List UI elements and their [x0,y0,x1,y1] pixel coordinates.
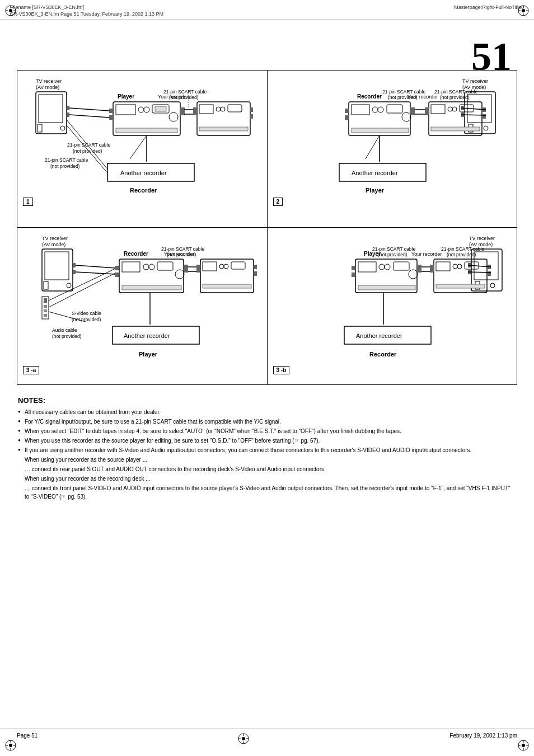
svg-point-134 [175,270,184,279]
svg-text:TV receiver: TV receiver [42,236,68,241]
page-header: Filename [SR-VS30EK_3-EN.fm] SR-VS30EK_3… [0,0,534,20]
corner-decoration-tl [4,4,17,17]
svg-rect-137 [115,273,119,277]
svg-rect-91 [410,107,415,115]
svg-point-36 [138,107,144,112]
svg-rect-42 [109,109,113,113]
page-footer: Page 51 February 19, 2002 1:13 pm [0,729,534,745]
svg-rect-179 [394,262,409,270]
notes-list: All necessary cables can be obtained fro… [18,408,516,454]
svg-text:TV receiver: TV receiver [462,78,488,84]
svg-rect-88 [352,128,409,133]
svg-text:Recorder: Recorder [357,93,382,100]
svg-text:Another recorder: Another recorder [124,332,170,339]
diagrams-container: 1 TV receiver (AV mode) Player [17,70,517,385]
footer-compass-icon [237,732,250,745]
svg-text:21-pin SCART cable: 21-pin SCART cable [372,246,415,252]
diagram-cell-2-1: 3 -a TV receiver (AV mode) [17,228,268,384]
svg-line-159 [76,265,115,268]
svg-rect-181 [358,285,415,290]
svg-point-37 [144,107,149,112]
diagram-label-1: 1 [23,198,33,206]
svg-point-172 [490,283,495,288]
svg-point-79 [484,126,488,130]
svg-rect-184 [417,265,421,273]
svg-point-84 [372,107,378,112]
filename-label: Filename [SR-VS30EK_3-EN.fm] [10,4,163,10]
svg-rect-30 [67,106,69,110]
svg-text:Recorder: Recorder [130,187,157,194]
svg-text:21-pin SCART cable: 21-pin SCART cable [161,246,204,252]
svg-point-178 [385,264,390,270]
svg-text:S-Video cable: S-Video cable [72,311,101,316]
svg-line-157 [49,273,115,307]
svg-rect-143 [231,262,245,269]
svg-rect-28 [38,124,42,132]
svg-text:21-pin SCART cable: 21-pin SCART cable [441,246,484,252]
diagram-label-2: 2 [273,198,283,206]
svg-point-180 [409,270,418,279]
svg-text:(AV mode): (AV mode) [42,242,65,247]
svg-rect-182 [352,266,355,270]
notes-title: NOTES: [18,396,516,405]
svg-rect-83 [352,105,369,115]
svg-point-142 [224,264,228,269]
svg-rect-186 [436,262,450,271]
svg-rect-190 [436,284,485,288]
svg-rect-26 [36,92,67,134]
svg-point-94 [448,107,452,111]
diagram-row-1: 1 TV receiver (AV mode) Player [17,71,517,228]
svg-point-29 [60,126,65,130]
header-left: Filename [SR-VS30EK_3-EN.fm] SR-VS30EK_3… [10,4,163,17]
svg-point-207 [242,737,245,740]
svg-rect-49 [228,105,242,112]
svg-point-7 [522,9,525,12]
diagram-3b-svg: Player Your recorder TV receiver (AV mod… [291,232,509,372]
svg-point-95 [452,107,457,111]
svg-rect-140 [203,262,217,271]
svg-text:(not provided): (not provided) [388,95,418,100]
diagram-2-svg: Recorder Your recorder TV receiver (AV m… [284,75,503,204]
svg-text:(not provided): (not provided) [73,148,102,154]
svg-rect-118 [44,281,48,289]
svg-rect-46 [199,105,213,114]
svg-point-119 [67,283,71,288]
svg-rect-31 [67,112,69,117]
svg-text:(not provided): (not provided) [447,252,476,257]
svg-rect-93 [431,105,445,114]
svg-text:Recorder: Recorder [369,351,397,358]
svg-rect-124 [44,305,47,308]
svg-text:Another recorder: Another recorder [352,170,398,176]
svg-rect-86 [387,105,402,113]
diagram-1-svg: TV receiver (AV mode) Player Your record… [35,75,253,204]
svg-rect-35 [116,105,135,115]
svg-rect-126 [44,314,47,317]
svg-line-55 [69,115,109,118]
svg-text:Player: Player [118,93,134,100]
svg-rect-135 [122,285,181,290]
svg-rect-125 [44,309,47,312]
masterpage-label: Masterpage:Right-Full-NoTitle0 [454,4,524,10]
note-item-3: When you select "EDIT" to dub tapes in s… [18,427,516,435]
note-item-2: For Y/C signal input/output, be sure to … [18,417,516,426]
svg-rect-52 [250,114,253,119]
svg-rect-117 [45,252,69,280]
svg-text:(not provided): (not provided) [169,95,199,100]
svg-text:TV receiver: TV receiver [469,236,495,241]
note-continuation-3: When using your recorder as the recordin… [18,475,516,483]
svg-rect-183 [352,273,355,277]
svg-text:(not provided): (not provided) [440,95,470,100]
svg-point-188 [457,264,462,269]
svg-rect-100 [425,107,429,115]
svg-rect-147 [196,265,200,273]
svg-point-47 [216,107,221,111]
svg-rect-27 [39,95,63,123]
svg-rect-145 [254,265,257,269]
svg-rect-123 [44,298,47,303]
svg-text:(AV mode): (AV mode) [36,84,59,90]
diagram-label-3b: 3 -b [273,366,290,374]
svg-point-85 [378,107,383,112]
corner-decoration-tr [517,4,530,17]
footer-date-right: February 19, 2002 1:13 pm [449,732,517,745]
svg-text:Player: Player [366,187,385,194]
